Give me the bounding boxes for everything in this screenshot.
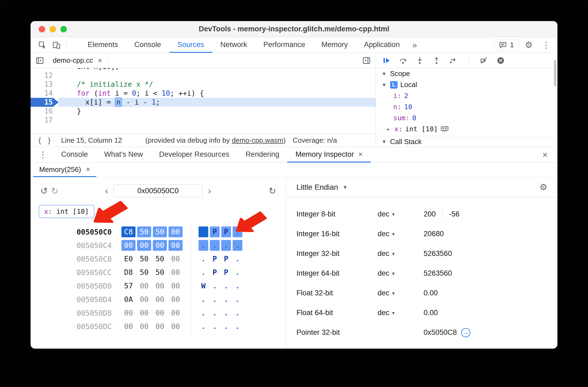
line-number[interactable]: 15 (31, 98, 59, 107)
file-tab-demo-cpp[interactable]: demo-cpp.cc × (47, 53, 108, 68)
drawer-tab-memory-inspector[interactable]: Memory Inspector× (287, 147, 371, 162)
byte-cell[interactable]: 00 (153, 321, 167, 332)
byte-cell[interactable]: 00 (121, 240, 136, 251)
byte-cell[interactable]: 00 (137, 240, 151, 251)
byte-cell[interactable]: E0 (121, 253, 136, 264)
ascii-cell[interactable]: . (221, 308, 231, 318)
ascii-cell[interactable]: . (210, 294, 220, 305)
ascii-cell[interactable]: . (233, 281, 242, 291)
byte-cell[interactable]: 00 (169, 226, 183, 237)
line-number[interactable]: 16 (31, 107, 59, 116)
byte-cell[interactable]: 00 (169, 321, 183, 332)
address-input[interactable] (113, 184, 203, 197)
byte-cell[interactable]: 00 (169, 281, 183, 291)
toggle-navigator-button[interactable] (33, 55, 47, 66)
line-number[interactable] (31, 68, 59, 71)
format-select[interactable]: dec▾ (378, 269, 424, 278)
toggle-sources-sidebar-button[interactable] (359, 55, 374, 66)
ascii-cell[interactable]: . (199, 308, 208, 318)
byte-cell[interactable]: 00 (137, 294, 151, 305)
wasm-link[interactable]: demo-cpp.wasm (232, 136, 283, 144)
ascii-cell[interactable]: P (221, 267, 231, 278)
tab-elements[interactable]: Elements (80, 37, 126, 53)
feedback-button[interactable]: 1 (494, 39, 518, 51)
line-number[interactable]: 13 (31, 80, 59, 89)
close-file-tab-icon[interactable]: × (98, 57, 102, 64)
byte-cell[interactable]: 50 (153, 267, 167, 278)
interpreter-settings-button[interactable]: ⚙ (540, 182, 547, 192)
close-tab-icon[interactable]: × (358, 151, 363, 158)
close-window-button[interactable] (39, 26, 45, 32)
ascii-cell[interactable]: . (233, 321, 242, 332)
tab-memory[interactable]: Memory (313, 37, 356, 53)
ascii-cell[interactable]: . (233, 226, 242, 237)
byte-cell[interactable]: 50 (153, 253, 167, 264)
device-toolbar-button[interactable] (49, 39, 64, 51)
ascii-cell[interactable]: . (221, 321, 231, 332)
step-over-button[interactable] (399, 56, 407, 65)
highlighted-memory-chip[interactable]: x: int [10] (39, 205, 94, 218)
ascii-cell[interactable]: . (233, 267, 242, 278)
resume-button[interactable] (382, 56, 391, 65)
history-forward-button[interactable]: ↻ (49, 186, 60, 196)
byte-cell[interactable]: 50 (137, 253, 151, 264)
ascii-cell[interactable]: . (199, 226, 208, 237)
ascii-cell[interactable]: . (221, 281, 231, 291)
byte-cell[interactable]: C8 (121, 226, 136, 237)
scope-section-header[interactable]: ▾ Scope (376, 68, 557, 79)
tab-network[interactable]: Network (212, 37, 255, 53)
byte-cell[interactable]: 00 (169, 308, 183, 318)
byte-cell[interactable]: D8 (121, 267, 136, 278)
byte-cell[interactable]: 00 (169, 267, 183, 278)
refresh-button[interactable]: ↻ (267, 186, 278, 196)
main-menu-button[interactable]: ⋮ (539, 39, 553, 51)
settings-button[interactable]: ⚙ (522, 39, 536, 51)
ascii-cell[interactable]: . (210, 281, 220, 291)
history-back-button[interactable]: ↺ (39, 186, 49, 196)
ascii-cell[interactable]: . (210, 240, 220, 251)
step-out-button[interactable] (432, 56, 441, 65)
reveal-in-memory-inspector-icon[interactable] (441, 126, 449, 133)
byte-cell[interactable]: 00 (137, 308, 151, 318)
ascii-cell[interactable]: P (210, 267, 220, 278)
scope-local-row[interactable]: ▾ L Local (376, 79, 557, 90)
step-into-button[interactable] (415, 56, 424, 65)
pretty-print-icon[interactable]: { } (35, 136, 54, 145)
ascii-cell[interactable]: . (199, 321, 208, 332)
byte-cell[interactable]: 00 (137, 321, 151, 332)
scope-variable-x[interactable]: ▸ x: int [10] (376, 124, 557, 135)
format-select[interactable]: dec▾ (378, 289, 424, 297)
ascii-cell[interactable]: P (210, 253, 220, 264)
byte-cell[interactable]: 50 (137, 267, 151, 278)
tab-console[interactable]: Console (126, 37, 169, 53)
ascii-cell[interactable]: . (233, 294, 242, 305)
ascii-cell[interactable]: W (199, 281, 208, 291)
line-number[interactable]: 14 (31, 89, 59, 98)
tab-performance[interactable]: Performance (255, 37, 313, 53)
deactivate-breakpoints-button[interactable] (480, 56, 488, 65)
byte-cell[interactable]: 00 (169, 294, 183, 305)
byte-cell[interactable]: 50 (137, 226, 151, 237)
byte-cell[interactable]: 00 (153, 308, 167, 318)
format-select[interactable]: dec▾ (378, 230, 424, 238)
ascii-cell[interactable]: . (210, 308, 220, 318)
inspect-element-button[interactable] (35, 39, 49, 51)
tab-sources[interactable]: Sources (169, 37, 212, 53)
byte-cell[interactable]: 00 (153, 281, 167, 291)
memory-tab[interactable]: Memory(256) × (33, 163, 96, 177)
ascii-cell[interactable]: . (233, 240, 242, 251)
minimize-window-button[interactable] (49, 26, 56, 32)
ascii-cell[interactable]: . (210, 321, 220, 332)
format-select[interactable]: dec▾ (378, 210, 424, 218)
zoom-window-button[interactable] (60, 26, 67, 32)
drawer-tab-developer-resources[interactable]: Developer Resources (151, 147, 237, 162)
call-stack-section-header[interactable]: ▾ Call Stack (376, 136, 557, 147)
byte-cell[interactable]: 0A (121, 294, 136, 305)
close-drawer-button[interactable]: × (536, 149, 554, 160)
byte-cell[interactable]: 00 (153, 294, 167, 305)
drawer-tab-what-s-new[interactable]: What's New (96, 147, 151, 162)
ascii-cell[interactable]: . (199, 267, 208, 278)
byte-cell[interactable]: 50 (153, 226, 167, 237)
more-tabs-button[interactable]: » (408, 40, 421, 50)
ascii-cell[interactable]: . (233, 253, 242, 264)
